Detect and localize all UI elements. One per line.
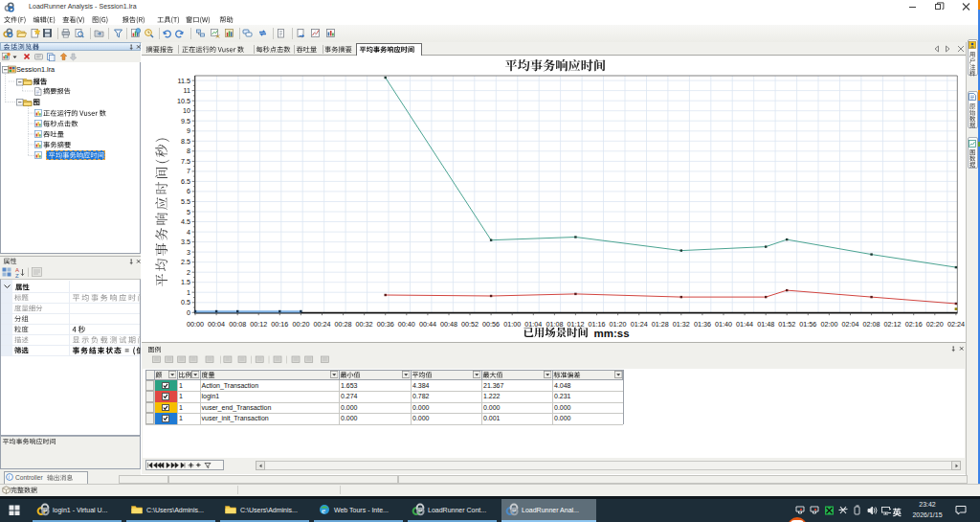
svg-text:00:20: 00:20 [292, 320, 309, 329]
svg-text:8.5: 8.5 [181, 137, 190, 146]
svg-text:00:16: 00:16 [271, 320, 288, 329]
svg-text:9: 9 [187, 126, 190, 135]
svg-text:00:52: 00:52 [461, 320, 479, 329]
svg-text:00:56: 00:56 [482, 320, 500, 329]
svg-text:6.5: 6.5 [181, 177, 190, 186]
svg-text:00:32: 00:32 [356, 320, 373, 329]
svg-text:01:52: 01:52 [778, 320, 795, 329]
svg-text:00:40: 00:40 [398, 320, 415, 329]
svg-text:3.5: 3.5 [181, 238, 190, 246]
svg-text:00:48: 00:48 [440, 320, 457, 329]
svg-text:01:08: 01:08 [546, 320, 563, 329]
svg-text:e: e [322, 506, 325, 515]
svg-text:9.5: 9.5 [181, 117, 190, 125]
svg-text:10: 10 [183, 106, 190, 115]
svg-text:2: 2 [187, 268, 190, 277]
svg-text:00:44: 00:44 [419, 320, 436, 329]
svg-text:00:04: 00:04 [208, 320, 225, 329]
svg-text:00:08: 00:08 [229, 320, 246, 329]
svg-text:02:04: 02:04 [842, 320, 859, 329]
svg-text:01:32: 01:32 [673, 320, 690, 329]
svg-text:02:20: 02:20 [926, 320, 944, 329]
svg-text:01:44: 01:44 [736, 320, 753, 329]
svg-text:02:24: 02:24 [947, 320, 965, 329]
svg-text:02:08: 02:08 [863, 320, 880, 329]
svg-text:2.5: 2.5 [181, 258, 190, 266]
svg-text:10.5: 10.5 [177, 97, 190, 105]
svg-text:01:24: 01:24 [631, 320, 648, 329]
svg-text:01:28: 01:28 [652, 320, 669, 329]
svg-text:02:00: 02:00 [820, 320, 837, 329]
svg-text:02:12: 02:12 [884, 320, 902, 329]
svg-text:00:36: 00:36 [377, 320, 394, 329]
svg-text:6: 6 [187, 187, 190, 195]
svg-text:01:48: 01:48 [757, 320, 774, 329]
svg-text:5.5: 5.5 [181, 197, 190, 206]
svg-text:01:40: 01:40 [715, 320, 732, 329]
svg-text:02:16: 02:16 [905, 320, 923, 329]
svg-text:Z: Z [15, 273, 19, 279]
svg-text:11: 11 [184, 86, 190, 95]
svg-text:1.5: 1.5 [181, 278, 190, 286]
svg-text:00:28: 00:28 [335, 320, 352, 329]
svg-text:01:00: 01:00 [503, 320, 521, 329]
svg-text:11.5: 11.5 [178, 77, 190, 85]
svg-text:0: 0 [187, 308, 190, 317]
svg-text:0.5: 0.5 [181, 298, 190, 306]
svg-text:4.5: 4.5 [181, 217, 190, 226]
svg-text:3: 3 [187, 248, 190, 257]
svg-text:5: 5 [187, 208, 190, 216]
svg-text:00:24: 00:24 [314, 320, 331, 329]
svg-text:01:56: 01:56 [799, 320, 816, 329]
svg-text:7.5: 7.5 [181, 157, 190, 166]
svg-text:01:36: 01:36 [694, 320, 711, 329]
svg-text:4: 4 [187, 228, 190, 237]
svg-text:7: 7 [187, 167, 190, 175]
svg-text:8: 8 [187, 147, 190, 155]
svg-text:00:12: 00:12 [250, 320, 267, 329]
svg-text:00:00: 00:00 [187, 320, 204, 329]
svg-text:01:04: 01:04 [524, 320, 542, 329]
svg-text:1: 1 [187, 288, 190, 297]
svg-text:01:12: 01:12 [567, 320, 584, 329]
